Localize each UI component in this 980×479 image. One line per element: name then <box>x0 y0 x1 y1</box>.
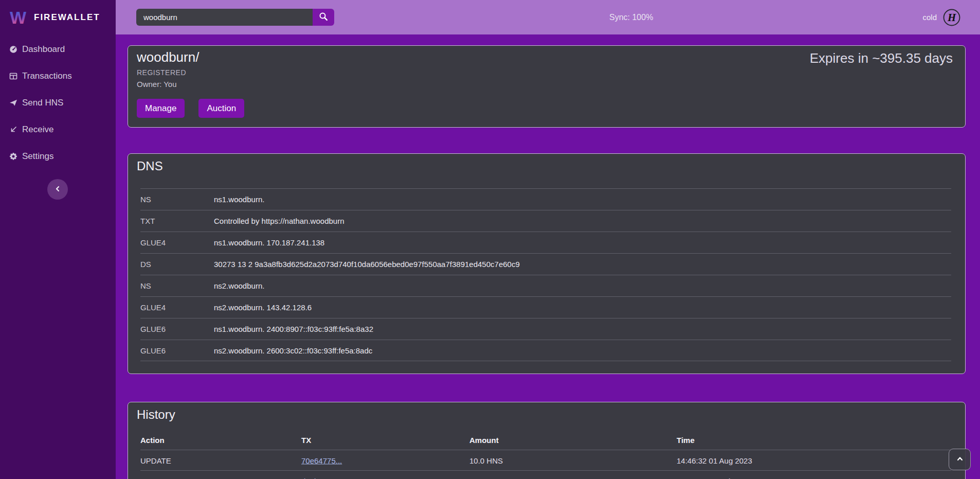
history-title: History <box>137 407 175 422</box>
dns-record-value: ns1.woodburn. 170.187.241.138 <box>214 238 324 247</box>
dashboard-icon <box>9 45 17 54</box>
domain-status-badge: REGISTERED <box>137 68 186 77</box>
history-header-row: Action TX Amount Time <box>140 430 951 450</box>
sidebar-item-label: Settings <box>22 151 53 162</box>
sidebar-item-receive[interactable]: Receive <box>0 116 116 143</box>
svg-text:H: H <box>947 11 956 23</box>
sidebar: W FIREWALLET DashboardTransactionsSend H… <box>0 0 116 479</box>
dns-record-type: GLUE4 <box>140 303 214 312</box>
scroll-to-top-button[interactable] <box>949 449 971 470</box>
history-col-time: Time <box>677 435 695 444</box>
topbar: Sync: 100% cold H <box>116 0 980 34</box>
dns-record-type: GLUE6 <box>140 325 214 333</box>
receive-icon <box>9 126 17 134</box>
dns-record-row: DS30273 13 2 9a3a8fb3d625d2a2073d740f10d… <box>140 253 951 275</box>
history-col-action: Action <box>140 435 165 444</box>
dns-record-row: GLUE4ns2.woodburn. 143.42.128.6 <box>140 296 951 318</box>
dns-record-row: TXTControlled by https://nathan.woodburn <box>140 210 951 232</box>
send-icon <box>9 99 17 107</box>
dns-record-type: DS <box>140 260 214 269</box>
history-time: 15:47:06 07 Feb 2023 <box>677 476 752 479</box>
dns-card: DNS NSns1.woodburn.TXTControlled by http… <box>128 153 966 374</box>
history-rows: UPDATE70e64775...10.0 HNS14:46:32 01 Aug… <box>140 450 951 479</box>
sidebar-item-dashboard[interactable]: Dashboard <box>0 36 116 63</box>
dns-record-value: 30273 13 2 9a3a8fb3d625d2a2073d740f10da6… <box>214 260 520 269</box>
sidebar-item-settings[interactable]: Settings <box>0 143 116 170</box>
domain-actions: Manage Auction <box>137 99 244 118</box>
domain-owner: Owner: You <box>137 80 177 88</box>
history-col-tx: TX <box>301 435 311 444</box>
search-icon <box>319 12 328 23</box>
transactions-icon <box>9 72 17 80</box>
dns-record-value: ns1.woodburn. 2400:8907::f03c:93ff:fe5a:… <box>214 325 373 333</box>
chevron-left-icon <box>54 185 61 194</box>
manage-button[interactable]: Manage <box>137 99 185 118</box>
svg-text:W: W <box>10 8 27 27</box>
search-button[interactable] <box>313 9 334 26</box>
auction-button[interactable]: Auction <box>198 99 244 118</box>
dns-record-value: ns2.woodburn. <box>214 281 264 290</box>
sidebar-item-transactions[interactable]: Transactions <box>0 63 116 90</box>
settings-icon <box>9 152 17 161</box>
dns-table: NSns1.woodburn.TXTControlled by https://… <box>140 188 951 361</box>
dns-record-type: TXT <box>140 217 214 225</box>
dns-record-type: NS <box>140 281 214 290</box>
dns-record-row: NSns2.woodburn. <box>140 275 951 296</box>
dns-record-value: Controlled by https://nathan.woodburn <box>214 217 344 225</box>
domain-card: woodburn/ REGISTERED Owner: You Manage A… <box>128 45 966 128</box>
sidebar-item-label: Transactions <box>22 71 72 81</box>
sidebar-nav: DashboardTransactionsSend HNSReceiveSett… <box>0 34 116 170</box>
tx-link[interactable]: 70e64775... <box>301 456 342 465</box>
dns-record-type: GLUE4 <box>140 238 214 247</box>
chevron-up-icon <box>956 455 964 465</box>
history-col-amount: Amount <box>469 435 499 444</box>
dns-record-row: GLUE4ns1.woodburn. 170.187.241.138 <box>140 232 951 253</box>
history-amount: 10.0 HNS <box>469 476 503 479</box>
sidebar-item-send-hns[interactable]: Send HNS <box>0 90 116 116</box>
dns-record-type: NS <box>140 195 214 204</box>
search-input[interactable] <box>136 9 313 26</box>
history-amount: 10.0 HNS <box>469 456 503 465</box>
sync-status: Sync: 100% <box>609 0 653 34</box>
dns-record-row: GLUE6ns1.woodburn. 2400:8907::f03c:93ff:… <box>140 318 951 340</box>
domain-expiry: Expires in ~395.35 days <box>810 50 953 66</box>
history-row: UPDATE70e64775...10.0 HNS14:46:32 01 Aug… <box>140 450 951 470</box>
dns-record-row: GLUE6ns2.woodburn. 2600:3c02::f03c:93ff:… <box>140 340 951 361</box>
firewallet-logo-icon: W <box>7 7 29 28</box>
dns-title: DNS <box>137 159 163 173</box>
sidebar-collapse-button[interactable] <box>47 179 68 200</box>
dns-record-value: ns1.woodburn. <box>214 195 264 204</box>
wallet-indicator: cold H <box>922 0 960 34</box>
search-group <box>136 9 334 26</box>
dns-record-type: GLUE6 <box>140 346 214 355</box>
history-action: RENEW <box>140 476 169 479</box>
handshake-icon: H <box>943 9 960 26</box>
history-table: Action TX Amount Time UPDATE70e64775...1… <box>140 430 951 479</box>
history-row: RENEWd76b3a...10.0 HNS15:47:06 07 Feb 20… <box>140 470 951 479</box>
history-card: History Action TX Amount Time UPDATE70e6… <box>128 402 966 479</box>
dns-record-value: ns2.woodburn. 143.42.128.6 <box>214 303 312 312</box>
sidebar-item-label: Receive <box>22 125 53 135</box>
tx-link[interactable]: d76b3a... <box>301 476 334 479</box>
brand-name: FIREWALLET <box>34 12 100 23</box>
history-action: UPDATE <box>140 456 171 465</box>
brand: W FIREWALLET <box>0 0 116 34</box>
wallet-name: cold <box>922 13 937 22</box>
sidebar-item-label: Send HNS <box>22 98 63 108</box>
dns-record-value: ns2.woodburn. 2600:3c02::f03c:93ff:fe5a:… <box>214 346 372 355</box>
domain-title: woodburn/ <box>137 49 199 65</box>
sidebar-item-label: Dashboard <box>22 44 65 55</box>
history-time: 14:46:32 01 Aug 2023 <box>677 456 752 465</box>
main-content: woodburn/ REGISTERED Owner: You Manage A… <box>116 34 980 479</box>
dns-record-row: NSns1.woodburn. <box>140 188 951 210</box>
